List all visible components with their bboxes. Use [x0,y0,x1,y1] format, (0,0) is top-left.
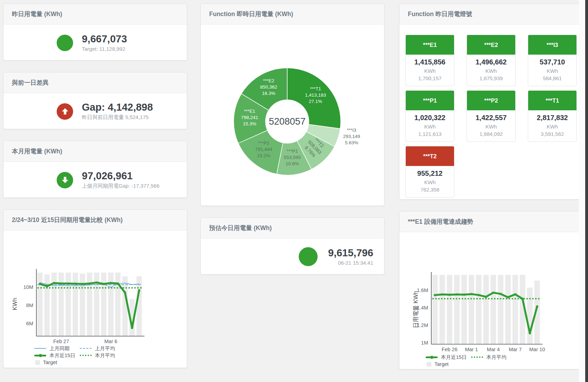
svg-text:8M: 8M [26,303,33,308]
legend-label: Target [43,360,57,365]
legend-label: 上月平均 [95,345,115,352]
light-tile-t2: ***T2 955,212KWh762,358 [405,146,454,197]
light-tile-t1: ***T1 2,817,832KWh3,591,562 [528,90,577,142]
tile-header: ***T2 [406,146,454,166]
column-middle: Function 即時日用電量 (KWh) ***T11,413,18327.1… [200,4,384,286]
legend-item-this-month-15d[interactable]: 本月近15日 [426,354,471,361]
svg-text:Mar 4: Mar 4 [487,347,500,352]
tile-value: 955,212 [406,169,453,178]
tile-target: 1,121,613 [406,131,453,137]
compare-chart-canvas[interactable]: 6M8M10MFeb 27Mar 6KWh [3,230,187,345]
legend-label: 本月近15日 [441,354,467,361]
light-tile-e1: ***E1 1,415,856KWh1,700,157 [405,35,454,86]
green-line-swatch-icon [34,355,46,356]
tile-value: 1,020,322 [406,114,453,122]
stat-value: Gap: 4,142,898 [82,102,153,113]
column-left: 昨日用電量 (KWh) 9,667,073 Target: 11,128,992… [3,4,187,380]
legend-item-last-month-period[interactable]: 上月同期 [34,345,80,352]
card-yesterday-usage: 昨日用電量 (KWh) 9,667,073 Target: 11,128,992 [3,4,187,61]
tile-value: 537,710 [529,58,576,66]
svg-text:Mar 6: Mar 6 [104,339,117,344]
red-up-arrow-icon [57,103,73,120]
compare-chart-legend: 上月同期 上月平均 本月近15日 [34,345,187,366]
compare-chart[interactable]: 6M8M10MFeb 27Mar 6KWh 上月同期 上月平均 [3,230,187,366]
tile-value: 2,817,832 [529,114,576,122]
legend-label: Target [434,361,448,367]
donut-chart[interactable]: ***T11,413,18327.1%***I3293,1495.63%***T… [201,25,384,206]
tile-unit: KWh [529,68,576,74]
green-down-arrow-icon [57,172,73,188]
target-square-swatch-icon [427,362,431,367]
legend-label: 上月同期 [49,345,70,352]
dashboard-page: 昨日用電量 (KWh) 9,667,073 Target: 11,128,992… [0,0,588,382]
card-title: Function 昨日用電燈號 [399,4,583,25]
tile-unit: KWh [406,124,453,130]
right-gutter [579,0,585,382]
tile-target: 1,675,939 [468,75,515,81]
card-compare-chart: 2/24~3/10 近15日同期用電量比較 (KWh) 6M8M10MFeb 2… [3,209,187,368]
green-dotted-swatch-icon [471,356,483,358]
tile-target: 762,358 [406,187,453,193]
green-line-swatch-icon [426,356,438,358]
stat-subtitle: 上個月同期用電Gap: -17,377,566 [82,183,160,189]
tile-target: 1,684,092 [468,131,515,137]
card-title: 預估今日用電量 (KWh) [201,218,384,238]
tile-target: 584,861 [529,75,576,81]
tile-unit: KWh [406,68,453,74]
tile-target: 1,700,157 [406,75,453,81]
column-right: Function 昨日用電燈號 ***E1 1,415,856KWh1,700,… [399,4,583,381]
tile-value: 1,415,856 [406,58,453,66]
e1-trend-chart[interactable]: 1M1.2M1.4M1.6MFeb 26Mar 1Mar 4Mar 7Mar 1… [399,232,583,368]
tile-header: ***E2 [467,35,515,55]
stat-value: 9,667,073 [82,34,127,45]
stat-subtitle: Target: 11,128,992 [82,46,127,52]
legend-label: 本月平均 [486,354,506,361]
lights-grid: ***E1 1,415,856KWh1,700,157 ***E2 1,496,… [399,25,583,197]
tile-unit: KWh [468,124,515,130]
card-title: 與前一日差異 [3,72,187,93]
blue-line-swatch-icon [34,348,46,349]
legend-label: 本月近15日 [49,352,75,359]
donut-chart-canvas[interactable]: ***T11,413,18327.1%***I3293,1495.63%***T… [201,25,384,206]
card-function-lights: Function 昨日用電燈號 ***E1 1,415,856KWh1,700,… [399,4,583,200]
card-gap-vs-previous-day: 與前一日差異 Gap: 4,142,898 昨日與前日用電量 5,524,175 [3,72,187,129]
svg-text:KWh: KWh [12,298,18,310]
light-tile-p2: ***P2 1,422,557KWh1,684,092 [467,90,516,142]
svg-text:Mar 7: Mar 7 [509,347,522,352]
legend-item-target[interactable]: Target [34,360,80,365]
legend-item-this-month-avg[interactable]: 本月平均 [471,354,506,361]
light-tile-i3: ***I3 537,710KWh584,861 [528,35,577,86]
card-function-realtime-donut: Function 即時日用電量 (KWh) ***T11,413,18327.1… [200,4,384,206]
card-title: 本月用電量 (KWh) [3,141,187,162]
stat-body: 9,615,796 06-21 15:34:41 [201,238,384,275]
target-square-swatch-icon [35,360,40,365]
svg-text:10M: 10M [23,284,33,290]
stat-timestamp: 06-21 15:34:41 [328,260,373,266]
page-scrollbar[interactable] [585,0,588,382]
card-month-usage: 本月用電量 (KWh) 97,026,961 上個月同期用電Gap: -17,3… [3,141,187,198]
card-title: ***E1 設備用電達成趨勢 [399,211,583,232]
stat-value: 9,615,796 [328,248,373,259]
green-dotted-swatch-icon [80,355,92,356]
legend-item-this-month-15d[interactable]: 本月近15日 [34,352,80,359]
svg-text:Mar 1: Mar 1 [465,347,478,352]
svg-text:6M: 6M [26,321,33,326]
svg-text:Feb 27: Feb 27 [53,339,69,344]
svg-text:Feb 26: Feb 26 [442,347,458,352]
green-status-circle-icon [57,35,73,51]
e1-trend-chart-canvas[interactable]: 1M1.2M1.4M1.6MFeb 26Mar 1Mar 4Mar 7Mar 1… [399,232,583,353]
tile-header: ***E1 [406,35,454,55]
legend-item-target[interactable]: Target [426,361,471,367]
card-title: 2/24~3/10 近15日同期用電量比較 (KWh) [3,210,187,230]
stat-subtitle: 昨日與前日用電量 5,524,175 [82,114,153,121]
tile-target: 3,591,562 [529,131,576,137]
legend-item-this-month-avg[interactable]: 本月平均 [80,352,115,359]
tile-unit: KWh [529,124,576,130]
svg-text:***I3293,1495.63%: ***I3293,1495.63% [343,127,360,145]
legend-item-last-month-avg[interactable]: 上月平均 [80,345,115,352]
card-e1-trend: ***E1 設備用電達成趨勢 1M1.2M1.4M1.6MFeb 26Mar 1… [399,211,583,369]
svg-text:日用電量 KWh: 日用電量 KWh [412,291,419,328]
tile-header: ***P1 [406,91,454,110]
tile-value: 1,496,662 [468,58,515,66]
card-title: 昨日用電量 (KWh) [3,4,187,25]
